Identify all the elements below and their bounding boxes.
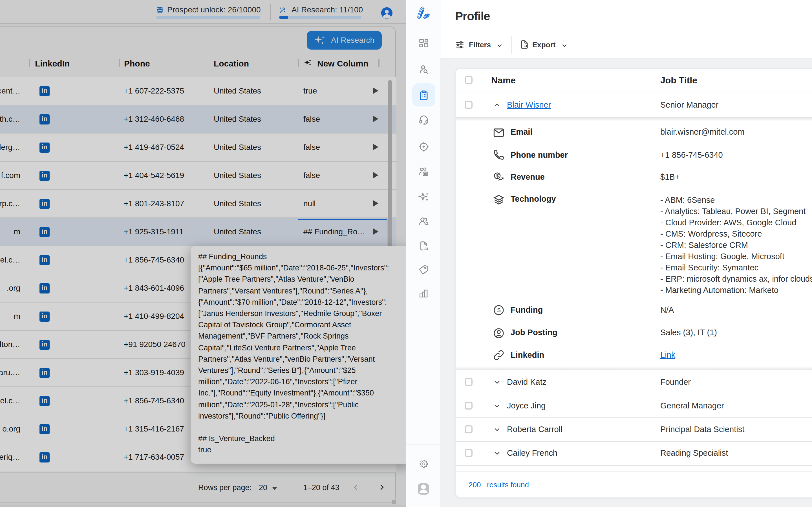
svg-text:AI: AI xyxy=(424,246,428,251)
svg-text:$: $ xyxy=(496,173,499,178)
svg-text:$: $ xyxy=(497,307,500,313)
